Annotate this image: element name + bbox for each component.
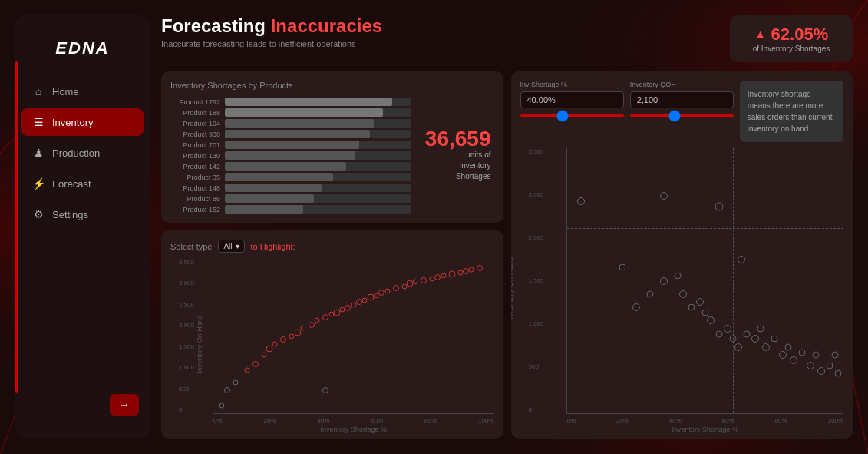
scatter-dot [261,352,266,357]
scatter-dot [345,305,351,311]
scatter-dot [378,290,384,296]
y-ticks-right: 5,500 3,000 2,000 1,500 1,000 500 0 [529,148,544,413]
scatter-dot [757,325,764,332]
bar-label: Product 1792 [170,98,220,106]
scatter-dot [660,277,668,285]
logout-button[interactable]: → [110,394,139,416]
bar-row: Product 130 [170,151,411,160]
bar-fill [225,184,322,192]
sidebar-item-home-label: Home [52,86,79,98]
x-tick: 20% [263,417,276,424]
scatter-dot [688,304,695,311]
forecast-icon: ⚡ [32,177,45,190]
scatter-dot [817,367,825,375]
sidebar-item-inventory[interactable]: ☰ Inventory [21,108,144,136]
scatter-dot [779,351,787,359]
bar-fill [225,130,370,138]
bar-row: Product 148 [170,184,411,192]
scatter-dot [463,268,469,274]
title-static: Forecasting [161,15,271,36]
bar-fill [225,141,359,149]
scatter-dot [300,326,305,331]
inventory-icon: ☰ [32,116,45,128]
scatter-dot [707,316,715,324]
x-tick: 40% [317,417,329,424]
inv-qoh-input[interactable] [630,91,734,108]
bar-label: Product 35 [170,174,220,181]
bar-row: Product 142 [170,162,411,171]
y-tick: 1,000 [529,320,544,327]
sidebar-item-settings[interactable]: ⚙ Settings [21,200,144,228]
inv-qoh-slider[interactable] [630,114,734,117]
bar-label: Product 130 [170,152,220,160]
page-subtitle: Inaccurate forecasting leads to ineffici… [161,39,382,48]
bar-track [225,205,411,214]
bar-fill [225,98,392,106]
bar-chart-panel: Inventory Shortages by Products Product … [161,71,503,223]
scatter-dot [715,330,722,337]
x-ticks-left: 0% 20% 40% 60% 80% 100% [213,417,494,424]
scatter-dot [826,362,833,369]
bar-fill [225,162,346,171]
dashed-h1 [567,228,844,229]
scatter-dot [469,267,474,273]
kpi-label: of Inventory Shortages [753,45,830,53]
scatter-dot [219,403,224,408]
sidebar-accent-bar [15,61,18,393]
scatter-dot [751,335,759,343]
y-tick: 0 [179,406,194,413]
type-dropdown[interactable]: All ▾ [218,240,244,253]
info-box: Inventory shortage means there are more … [740,81,843,142]
scatter-dot [441,273,446,279]
sidebar-item-home[interactable]: ⌂ Home [21,78,144,105]
scatter-dot [743,330,750,337]
bar-label: Product 188 [170,109,220,117]
y-ticks-left: 3,500 3,000 2,500 2,000 1,500 1,000 500 … [179,259,194,413]
title-accent: Inaccuracies [271,15,382,36]
scatter-dot [729,336,736,343]
sidebar-item-production[interactable]: ♟ Production [21,139,144,167]
y-tick: 2,000 [529,234,544,241]
scatter-dot [660,192,668,200]
right-x-axis-label: Inventory Shortage % [672,426,738,433]
y-tick: 2,000 [179,322,194,329]
kpi-value: 62.05% [771,25,829,45]
scatter-dot [790,356,797,364]
bar-track [225,119,411,128]
bar-track [225,162,411,171]
scatter-dot [421,277,427,283]
scatter-dot [477,265,483,271]
bar-row: Product 86 [170,194,411,203]
scatter-dot [734,343,742,351]
x-tick: 60% [722,417,734,424]
scatter-dot [784,343,791,350]
scatter-right-container: Inventory On Hand 5,500 3,000 2,000 1,50… [520,148,844,429]
x-tick: 0% [213,417,223,424]
bar-list: Product 1792 Product 188 Product 194 Pro… [170,96,411,214]
header-text: Forecasting Inaccuracies Inaccurate fore… [161,15,382,48]
sidebar-item-forecast[interactable]: ⚡ Forecast [21,170,144,197]
sidebar-item-forecast-label: Forecast [52,178,91,190]
y-tick: 500 [179,386,194,393]
scatter-dot [244,367,249,373]
inv-shortage-slider[interactable] [520,114,624,117]
bar-label: Product 142 [170,163,220,171]
home-icon: ⌂ [32,85,45,98]
scatter-dot [619,264,625,271]
x-tick: 100% [478,417,493,424]
page-title: Forecasting Inaccuracies [161,15,382,37]
scatter-dot [384,289,390,294]
scatter-left-container: Inventory On Hand 3,500 3,000 2,500 2,00… [170,259,494,429]
inv-shortage-input[interactable] [520,91,624,108]
x-tick: 80% [424,417,437,424]
bar-fill [225,151,355,160]
scatter-dot [393,285,399,291]
y-tick: 3,000 [179,280,194,287]
y-tick: 1,000 [179,364,194,371]
scatter-dot [272,341,278,346]
bar-label: Product 938 [170,131,220,138]
bar-fill [225,194,314,203]
bar-fill [225,173,333,181]
bar-label: Product 194 [170,120,220,128]
bar-row: Product 938 [170,130,411,138]
